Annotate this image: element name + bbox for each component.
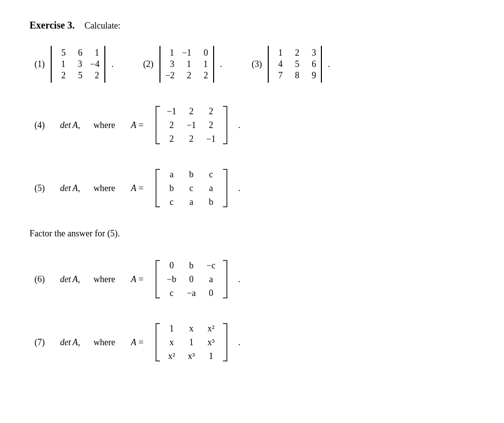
period: . [238,183,241,194]
det-label: det A, [60,183,86,194]
a-equals: A = [131,274,144,285]
matrix-cell: c [206,169,217,180]
matrix-row: cab [166,196,217,208]
problem-item: (1)56113−4252. [34,46,114,83]
matrix-cell: b [166,183,177,194]
matrix-cell: 0 [199,48,208,58]
matrix-cell: 1 [199,59,208,69]
det-bar-right [321,46,322,83]
a-equals: A = [131,120,144,130]
matrix-cell: x [186,324,197,334]
det-matrix: 56113−4252 [51,46,105,83]
problem-number: (2) [143,59,154,69]
period: . [238,337,241,348]
matrix-row: 2−12 [166,119,217,131]
a-equals: A = [131,337,144,348]
where-text: where [94,120,123,130]
det-label: det A, [60,337,86,348]
problem-item: (2)1−10311−222. [143,46,222,83]
problem-line: (5)det A,whereA =abcbcacab. [34,165,474,211]
matrix-cell: x² [166,351,177,361]
matrix-cell: 6 [307,59,316,69]
matrix-cell: 2 [166,120,177,130]
matrix-cell: x³ [186,351,197,361]
matrix-row: x1x³ [166,336,217,348]
bracket-left-svg [155,105,160,145]
matrix-cell: a [166,169,177,180]
problem-item: (3)123456789. [252,46,330,83]
matrix-row: −122 [166,105,217,117]
matrix-cell: 5 [57,48,66,58]
det-matrix: 123456789 [268,46,322,83]
bracket-matrix: 0b−c−b0ac−a0 [155,257,228,302]
matrix-row: 0b−c [166,260,217,271]
matrix-cell: 7 [274,70,283,81]
matrix-row: 1−10 [165,48,208,58]
matrix-cell: −1 [186,120,197,130]
problem-number: (5) [34,183,52,194]
problem-number: (3) [252,59,262,69]
matrix-cell: 1 [91,48,99,58]
matrix-cell: b [186,260,197,271]
matrix-cell: 3 [165,59,174,69]
matrix-cell: 6 [74,48,83,58]
matrix-cell: 1 [206,351,217,361]
matrix-row: 22−1 [166,133,217,145]
bracket-matrix: 1xx²x1x³x²x³1 [155,320,228,365]
matrix-cell: b [206,197,217,207]
a-equals: A = [131,183,144,194]
bmatrix-content: 0b−c−b0ac−a0 [160,257,222,302]
bmatrix-content: abcbcacab [160,165,222,211]
matrix-cell: 2 [199,70,208,81]
matrix-cell: 3 [73,59,82,69]
matrix-cell: 2 [91,70,99,81]
matrix-content: 56113−4252 [52,46,104,83]
matrix-row: 311 [165,59,208,69]
matrix-cell: 0 [166,260,177,271]
problem-line: (6)det A,whereA =0b−c−b0ac−a0. [34,257,474,302]
matrix-cell: 1 [165,48,174,58]
period: . [111,59,114,69]
matrix-cell: 1 [182,59,191,69]
matrix-cell: 2 [186,106,197,117]
problem-number: (1) [34,59,45,69]
bracket-matrix: abcbcacab [155,165,228,211]
matrix-cell: b [186,169,197,180]
det-bar-right [104,46,105,83]
period: . [238,120,241,130]
exercise-title: Exercise 3. [30,20,75,31]
matrix-cell: x [166,337,177,348]
matrix-row: x²x³1 [166,350,217,362]
matrix-cell: 8 [290,70,299,81]
matrix-cell: −1 [182,48,191,58]
matrix-row: −b0a [166,273,217,285]
where-text: where [94,183,123,194]
bmatrix-content: −1222−1222−1 [160,102,222,148]
matrix-cell: 2 [183,70,191,81]
matrix-cell: 9 [307,70,316,81]
period: . [238,274,241,285]
title-row: Exercise 3. Calculate: [30,20,474,31]
matrix-cell: c [186,183,197,194]
bracket-right-svg [222,260,228,299]
matrix-cell: −2 [165,70,175,81]
factor-note: Factor the answer for (5). [30,228,474,239]
problem-number: (7) [34,337,52,348]
problem-number: (4) [34,120,52,130]
matrix-cell: 1 [166,324,177,334]
bracket-right-svg [222,323,228,362]
matrix-cell: 0 [186,274,197,285]
matrix-row: 123 [274,48,316,58]
matrix-row: 1xx² [166,323,217,334]
det-label: det A, [60,274,86,285]
where-text: where [94,337,123,348]
matrix-row: −222 [165,70,208,81]
matrix-row: 13−4 [57,59,99,69]
bracket-right-svg [222,105,228,145]
matrix-cell: 1 [57,59,65,69]
matrix-cell: 4 [274,59,283,69]
period: . [220,59,222,69]
period: . [328,59,330,69]
matrix-cell: 1 [186,337,197,348]
problems-row-1: (1)56113−4252.(2)1−10311−222.(3)12345678… [34,46,474,83]
